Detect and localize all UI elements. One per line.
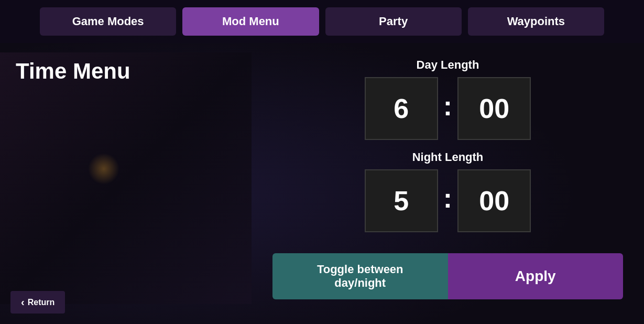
nav-waypoints[interactable]: Waypoints xyxy=(468,7,604,36)
night-length-section: Night Length 5 : 00 xyxy=(272,150,623,232)
day-length-label: Day Length xyxy=(417,58,479,72)
nav-mod-menu[interactable]: Mod Menu xyxy=(182,7,319,36)
day-hours-box[interactable]: 6 xyxy=(365,77,438,140)
page-title: Time Menu xyxy=(16,59,236,84)
day-minutes-box[interactable]: 00 xyxy=(457,77,531,140)
nav-party[interactable]: Party xyxy=(325,7,462,36)
day-separator: : xyxy=(438,90,457,122)
day-length-section: Day Length 6 : 00 xyxy=(272,58,623,140)
toggle-button[interactable]: Toggle between day/night xyxy=(272,253,448,299)
night-separator: : xyxy=(438,182,457,214)
right-panel: Day Length 6 : 00 Night Length 5 : 00 To… xyxy=(252,43,644,315)
apply-button[interactable]: Apply xyxy=(448,253,624,299)
left-panel: Time Menu xyxy=(0,43,252,315)
night-minutes-box[interactable]: 00 xyxy=(457,169,531,232)
night-hours-box[interactable]: 5 xyxy=(365,169,438,232)
day-length-display: 6 : 00 xyxy=(365,77,531,140)
nav-game-modes[interactable]: Game Modes xyxy=(40,7,176,36)
night-length-label: Night Length xyxy=(412,150,484,164)
bottom-actions: Toggle between day/night Apply xyxy=(272,253,623,299)
night-length-display: 5 : 00 xyxy=(365,169,531,232)
return-button[interactable]: Return xyxy=(10,291,65,314)
main-content: Time Menu Day Length 6 : 00 Night Length… xyxy=(0,43,644,315)
nav-bar: Game Modes Mod Menu Party Waypoints xyxy=(0,0,644,43)
